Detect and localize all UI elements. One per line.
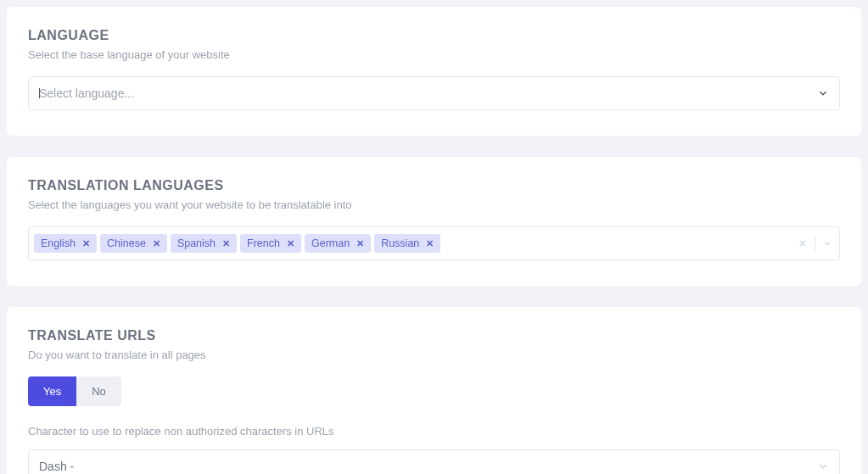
language-tag: Spanish✕: [171, 234, 237, 253]
language-tag-label: Russian: [381, 237, 419, 249]
chevron-down-icon[interactable]: [822, 238, 832, 248]
language-tag-label: French: [247, 237, 280, 249]
translation-languages-select[interactable]: English✕Chinese✕Spanish✕French✕German✕Ru…: [28, 226, 840, 260]
language-subtitle: Select the base language of your website: [28, 48, 840, 61]
chevron-down-icon[interactable]: [817, 460, 829, 472]
language-tag: German✕: [305, 234, 371, 253]
language-tag-label: English: [41, 237, 76, 249]
translate-urls-card: TRANSLATE URLS Do you want to translate …: [7, 307, 861, 474]
clear-all-icon[interactable]: [798, 238, 808, 248]
language-tag-label: Chinese: [107, 237, 146, 249]
separator: [815, 236, 815, 251]
yes-button[interactable]: Yes: [28, 376, 76, 406]
text-cursor: [39, 88, 40, 98]
language-tag-label: Spanish: [177, 237, 216, 249]
translate-urls-title: TRANSLATE URLS: [28, 328, 840, 343]
remove-tag-icon[interactable]: ✕: [222, 239, 230, 248]
url-char-value: Dash -: [39, 460, 74, 473]
translation-subtitle: Select the languages you want your websi…: [28, 198, 840, 211]
remove-tag-icon[interactable]: ✕: [287, 239, 294, 248]
no-button[interactable]: No: [76, 376, 121, 406]
translate-urls-toggle: Yes No: [28, 376, 121, 406]
language-card: LANGUAGE Select the base language of you…: [7, 7, 861, 136]
language-tag: Russian✕: [374, 234, 440, 253]
language-tag: Chinese✕: [100, 234, 167, 253]
language-title: LANGUAGE: [28, 28, 840, 43]
chevron-down-icon[interactable]: [817, 87, 829, 99]
language-tag: French✕: [240, 234, 301, 253]
remove-tag-icon[interactable]: ✕: [153, 239, 160, 248]
remove-tag-icon[interactable]: ✕: [356, 239, 364, 248]
translation-languages-card: TRANSLATION LANGUAGES Select the languag…: [7, 157, 861, 286]
remove-tag-icon[interactable]: ✕: [82, 239, 90, 248]
language-select-placeholder: Select language...: [39, 86, 134, 100]
language-select[interactable]: Select language...: [28, 76, 840, 110]
url-char-select[interactable]: Dash -: [28, 449, 840, 474]
translate-urls-subtitle: Do you want to translate in all pages: [28, 349, 840, 361]
remove-tag-icon[interactable]: ✕: [426, 239, 434, 248]
language-tag: English✕: [34, 234, 97, 253]
url-char-label: Character to use to replace non authoriz…: [28, 425, 840, 438]
language-tag-label: German: [311, 237, 350, 249]
translation-title: TRANSLATION LANGUAGES: [28, 178, 840, 193]
